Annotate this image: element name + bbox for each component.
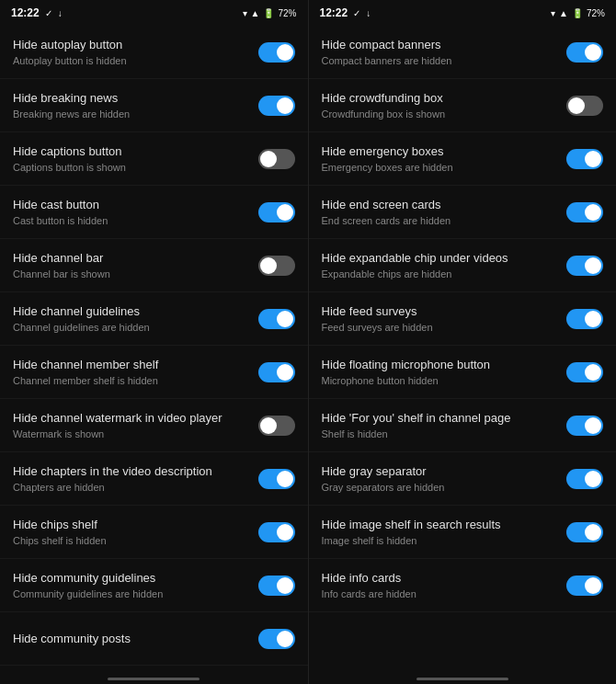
list-item[interactable]: Hide feed surveysFeed surveys are hidden — [309, 292, 617, 346]
list-item[interactable]: Hide 'For you' shelf in channel pageShel… — [309, 399, 617, 452]
list-item[interactable]: Hide community guidelinesCommunity guide… — [0, 559, 308, 612]
list-item[interactable]: Hide channel barChannel bar is shown — [0, 239, 308, 292]
list-item[interactable]: Hide chips shelfChips shelf is hidden — [0, 506, 308, 559]
toggle-switch[interactable] — [258, 629, 295, 649]
setting-title: Hide channel guidelines — [13, 304, 140, 318]
list-item[interactable]: Hide floating microphone buttonMicrophon… — [309, 346, 617, 399]
download-icon-right: ↓ — [366, 8, 371, 18]
toggle-switch[interactable] — [258, 416, 295, 436]
setting-text: Hide chapters in the video descriptionCh… — [13, 462, 258, 494]
setting-subtitle: Autoplay button is hidden — [13, 54, 251, 67]
setting-title: Hide cast button — [13, 198, 99, 211]
setting-text: Hide channel watermark in video playerWa… — [13, 409, 258, 440]
setting-subtitle: Crowdfunding box is shown — [322, 108, 560, 120]
toggle-switch[interactable] — [258, 256, 295, 276]
status-right-right: ▾ ▲ 🔋 72% — [551, 8, 605, 18]
toggle-thumb — [277, 471, 293, 487]
toggle-switch[interactable] — [566, 96, 603, 116]
setting-subtitle: Channel bar is shown — [13, 268, 251, 280]
toggle-switch[interactable] — [258, 149, 295, 169]
toggle-switch[interactable] — [258, 42, 295, 63]
toggle-track — [258, 149, 295, 169]
setting-title: Hide chapters in the video description — [13, 464, 212, 478]
toggle-switch[interactable] — [258, 96, 295, 116]
toggle-switch[interactable] — [258, 576, 295, 596]
list-item[interactable]: Hide channel watermark in video playerWa… — [0, 399, 308, 452]
list-item[interactable]: Hide autoplay buttonAutoplay button is h… — [0, 26, 308, 79]
toggle-switch[interactable] — [566, 416, 603, 436]
setting-text: Hide 'For you' shelf in channel pageShel… — [322, 409, 567, 440]
battery-level-left: 72% — [278, 8, 296, 18]
toggle-switch[interactable] — [258, 202, 295, 222]
toggle-switch[interactable] — [566, 256, 603, 276]
toggle-switch[interactable] — [566, 42, 603, 63]
toggle-track — [566, 256, 603, 276]
toggle-track — [566, 362, 603, 382]
list-item[interactable]: Hide chapters in the video descriptionCh… — [0, 452, 308, 506]
settings-list-left: Hide autoplay buttonAutoplay button is h… — [0, 26, 308, 673]
toggle-switch[interactable] — [566, 309, 603, 329]
list-item[interactable]: Hide crowdfunding boxCrowdfunding box is… — [309, 79, 617, 132]
setting-subtitle: Image shelf is hidden — [322, 534, 560, 547]
list-item[interactable]: Hide captions buttonCaptions button is s… — [0, 132, 308, 186]
list-item[interactable]: Hide info cardsInfo cards are hidden — [309, 559, 617, 612]
toggle-track — [566, 416, 603, 436]
toggle-switch[interactable] — [566, 469, 603, 489]
list-item[interactable]: Hide cast buttonCast button is hidden — [0, 186, 308, 239]
list-item[interactable]: Hide expandable chip under videosExpanda… — [309, 239, 617, 292]
toggle-thumb — [585, 257, 601, 274]
setting-text: Hide autoplay buttonAutoplay button is h… — [13, 36, 258, 67]
list-item[interactable]: Hide emergency boxesEmergency boxes are … — [309, 132, 617, 186]
list-item[interactable]: Hide compact bannersCompact banners are … — [309, 26, 617, 79]
setting-text: Hide floating microphone buttonMicrophon… — [322, 356, 567, 387]
list-item[interactable]: Hide end screen cardsEnd screen cards ar… — [309, 186, 617, 239]
toggle-track — [258, 576, 295, 596]
toggle-switch[interactable] — [566, 576, 603, 596]
toggle-thumb — [260, 151, 277, 167]
toggle-thumb — [277, 577, 293, 594]
setting-subtitle: Compact banners are hidden — [322, 54, 560, 67]
nav-indicator-right — [309, 673, 617, 684]
toggle-thumb — [260, 417, 277, 434]
setting-subtitle: Chips shelf is hidden — [13, 534, 251, 547]
toggle-track — [566, 522, 603, 542]
toggle-thumb — [585, 311, 601, 327]
toggle-switch[interactable] — [566, 202, 603, 222]
setting-title: Hide chips shelf — [13, 518, 97, 531]
check-icon-right: ✓ — [353, 8, 360, 18]
toggle-track — [566, 202, 603, 222]
list-item[interactable]: Hide community posts — [0, 612, 308, 666]
toggle-switch[interactable] — [258, 522, 295, 542]
setting-subtitle: Feed surveys are hidden — [322, 321, 560, 334]
toggle-switch[interactable] — [566, 362, 603, 382]
setting-text: Hide expandable chip under videosExpanda… — [322, 249, 567, 280]
list-item[interactable]: Hide gray separatorGray separators are h… — [309, 452, 617, 506]
setting-text: Hide info cardsInfo cards are hidden — [322, 569, 567, 600]
toggle-track — [258, 96, 295, 116]
toggle-thumb — [260, 257, 277, 274]
setting-subtitle: Emergency boxes are hidden — [322, 161, 560, 174]
list-item[interactable]: Hide channel guidelinesChannel guideline… — [0, 292, 308, 346]
toggle-thumb — [585, 44, 601, 61]
setting-text: Hide community posts — [13, 630, 258, 647]
list-item[interactable]: Hide image shelf in search resultsImage … — [309, 506, 617, 559]
status-right-left: ▾ ▲ 🔋 72% — [243, 8, 297, 18]
toggle-switch[interactable] — [566, 522, 603, 542]
toggle-switch[interactable] — [258, 309, 295, 329]
setting-subtitle: Expandable chips are hidden — [322, 268, 560, 280]
wifi-icon-right: ▾ — [551, 8, 555, 18]
battery-level-right: 72% — [587, 8, 605, 18]
list-item[interactable]: Hide channel member shelfChannel member … — [0, 346, 308, 399]
toggle-switch[interactable] — [258, 469, 295, 489]
toggle-switch[interactable] — [566, 149, 603, 169]
setting-title: Hide channel bar — [13, 251, 103, 265]
setting-text: Hide emergency boxesEmergency boxes are … — [322, 142, 567, 174]
toggle-switch[interactable] — [258, 362, 295, 382]
setting-title: Hide emergency boxes — [322, 144, 444, 158]
list-item[interactable]: Hide breaking newsBreaking news are hidd… — [0, 79, 308, 132]
time-right: 12:22 — [320, 6, 348, 19]
nav-bar-line-right — [416, 678, 508, 680]
setting-text: Hide cast buttonCast button is hidden — [13, 196, 258, 227]
download-icon-left: ↓ — [58, 8, 63, 18]
setting-title: Hide community posts — [13, 632, 131, 645]
